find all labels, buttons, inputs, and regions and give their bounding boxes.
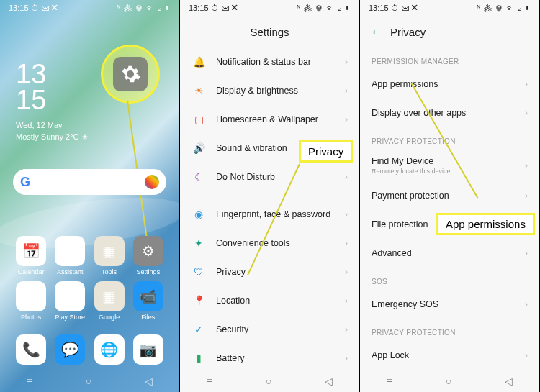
- privacy-row-find-my-device[interactable]: Find My DeviceRemotely locate this devic…: [360, 150, 539, 181]
- settings-icon-highlight[interactable]: [101, 45, 160, 104]
- privacy-row-payment-protection[interactable]: Payment protection›: [360, 181, 539, 210]
- chevron-right-icon: ›: [525, 248, 528, 258]
- settings-row-security[interactable]: ✓Security›: [180, 315, 359, 344]
- nav-recent-icon[interactable]: ≡: [207, 375, 212, 387]
- section-header: PERMISSION MANAGER: [360, 47, 539, 70]
- row-label: Advanced: [372, 248, 412, 258]
- nav-recent-icon[interactable]: ≡: [387, 375, 392, 387]
- app-label: Photos: [21, 314, 41, 321]
- dock-app[interactable]: 📷: [130, 334, 166, 365]
- app-icon: ▦: [94, 281, 125, 311]
- row-label: Convenience tools: [216, 238, 290, 248]
- nav-back-icon[interactable]: ◁: [325, 375, 333, 387]
- app-icon: 📞: [16, 334, 46, 365]
- row-icon: ☾: [192, 170, 206, 184]
- section-header: PRIVACY PROTECTION: [360, 127, 539, 150]
- privacy-row-display-over-other-apps[interactable]: Display over other apps›: [360, 99, 539, 127]
- app-icon: ◉: [55, 236, 85, 266]
- nav-home-icon[interactable]: ○: [86, 375, 91, 387]
- dock: 📞💬🌐📷: [13, 334, 166, 365]
- weather-label[interactable]: Mostly Sunny 2°C ☀: [16, 132, 89, 142]
- app-tools[interactable]: ▦Tools: [91, 236, 127, 275]
- app-icon: 📅: [16, 236, 46, 266]
- chevron-right-icon: ›: [345, 57, 348, 67]
- row-label: Sound & vibration: [216, 143, 287, 153]
- nav-back-icon[interactable]: ◁: [145, 375, 153, 387]
- privacy-list[interactable]: PERMISSION MANAGERApp permissions›Displa…: [360, 47, 539, 370]
- row-label: App permissions: [372, 79, 438, 89]
- privacy-row-app-permissions[interactable]: App permissions›: [360, 70, 539, 99]
- settings-row-homescreen-wallpaper[interactable]: ▢Homescreen & Wallpaper›: [180, 105, 359, 134]
- app-grid: 📅Calendar◉Assistant▦Tools⚙Settings✿Photo…: [13, 236, 166, 321]
- status-bar: 13:15 ⏱ ✉ ✕ ᴺ ⁂ ⚙ ᯤ ⊿ ▮: [180, 0, 359, 16]
- app-files[interactable]: 📹Files: [130, 281, 166, 321]
- app-google[interactable]: ▦Google: [91, 281, 127, 321]
- row-label: Notification & status bar: [216, 57, 311, 67]
- settings-row-display-brightness[interactable]: ☀Display & brightness›: [180, 76, 359, 105]
- app-icon: 📷: [133, 334, 163, 365]
- back-arrow-icon[interactable]: ←: [370, 24, 383, 40]
- row-label: App Lock: [372, 350, 409, 360]
- settings-row-privacy[interactable]: 🛡Privacy›: [180, 257, 359, 286]
- settings-row-battery[interactable]: ▮Battery›: [180, 344, 359, 370]
- google-search-bar[interactable]: G: [13, 169, 166, 195]
- clock-widget[interactable]: 1315: [16, 61, 46, 113]
- chevron-right-icon: ›: [525, 79, 528, 89]
- status-bar: 13:15 ⏱ ✉ ✕ ᴺ ⁂ ⚙ ᯤ ⊿ ▮: [360, 0, 539, 16]
- app-label: Play Store: [55, 314, 86, 321]
- privacy-row-app-lock[interactable]: App Lock›: [360, 341, 539, 370]
- row-icon: 🛡: [192, 265, 206, 279]
- nav-bar: ≡ ○ ◁: [180, 370, 359, 392]
- row-label: Privacy: [216, 267, 246, 277]
- row-label: Emergency SOS: [372, 299, 438, 309]
- privacy-row-advanced[interactable]: Advanced›: [360, 239, 539, 268]
- app-label: Google: [99, 314, 120, 321]
- app-settings[interactable]: ⚙Settings: [130, 236, 166, 275]
- chevron-right-icon: ›: [525, 299, 528, 309]
- nav-home-icon[interactable]: ○: [266, 375, 271, 387]
- row-icon: 🔊: [192, 141, 206, 155]
- settings-row-convenience-tools[interactable]: ✦Convenience tools›: [180, 229, 359, 257]
- chevron-right-icon: ›: [345, 353, 348, 363]
- dock-app[interactable]: 📞: [13, 334, 49, 365]
- row-label: Location: [216, 296, 250, 306]
- settings-row-do-not-disturb[interactable]: ☾Do Not Disturb›: [180, 163, 359, 191]
- mic-icon[interactable]: [145, 175, 159, 189]
- privacy-screen: 13:15 ⏱ ✉ ✕ ᴺ ⁂ ⚙ ᯤ ⊿ ▮ ← Privacy PERMIS…: [360, 0, 540, 392]
- app-icon: 📹: [133, 281, 163, 311]
- row-label: Security: [216, 324, 248, 334]
- chevron-right-icon: ›: [345, 238, 348, 248]
- chevron-right-icon: ›: [345, 324, 348, 334]
- nav-home-icon[interactable]: ○: [446, 375, 451, 387]
- settings-row-location[interactable]: 📍Location›: [180, 286, 359, 315]
- date-label: Wed, 12 May: [16, 121, 63, 129]
- nav-bar: ≡ ○ ◁: [0, 370, 179, 392]
- row-label: Battery: [216, 353, 245, 363]
- app-icon: 💬: [55, 334, 85, 365]
- privacy-row-emergency-sos[interactable]: Emergency SOS›: [360, 290, 539, 319]
- dock-app[interactable]: 💬: [52, 334, 88, 365]
- app-photos[interactable]: ✿Photos: [13, 281, 49, 321]
- row-icon: 📍: [192, 293, 206, 308]
- settings-list[interactable]: 🔔Notification & status bar›☀Display & br…: [180, 47, 359, 370]
- nav-bar: ≡ ○ ◁: [360, 370, 539, 392]
- app-play store[interactable]: ▶Play Store: [52, 281, 88, 321]
- dock-app[interactable]: 🌐: [91, 334, 127, 365]
- chevron-right-icon: ›: [345, 296, 348, 306]
- chevron-right-icon: ›: [525, 160, 528, 170]
- chevron-right-icon: ›: [345, 267, 348, 277]
- page-title: Privacy: [390, 26, 426, 38]
- row-icon: ▢: [192, 112, 206, 127]
- chevron-right-icon: ›: [345, 172, 348, 182]
- section-header: SOS: [360, 268, 539, 290]
- chevron-right-icon: ›: [525, 108, 528, 118]
- settings-row-notification-status-bar[interactable]: 🔔Notification & status bar›: [180, 47, 359, 76]
- app-label: Calendar: [18, 268, 45, 275]
- app-assistant[interactable]: ◉Assistant: [52, 236, 88, 275]
- app-label: Assistant: [57, 268, 84, 275]
- nav-back-icon[interactable]: ◁: [505, 375, 513, 387]
- row-label: Homescreen & Wallpaper: [216, 114, 318, 124]
- nav-recent-icon[interactable]: ≡: [27, 375, 32, 387]
- row-label: Display & brightness: [216, 86, 298, 96]
- app-calendar[interactable]: 📅Calendar: [13, 236, 49, 275]
